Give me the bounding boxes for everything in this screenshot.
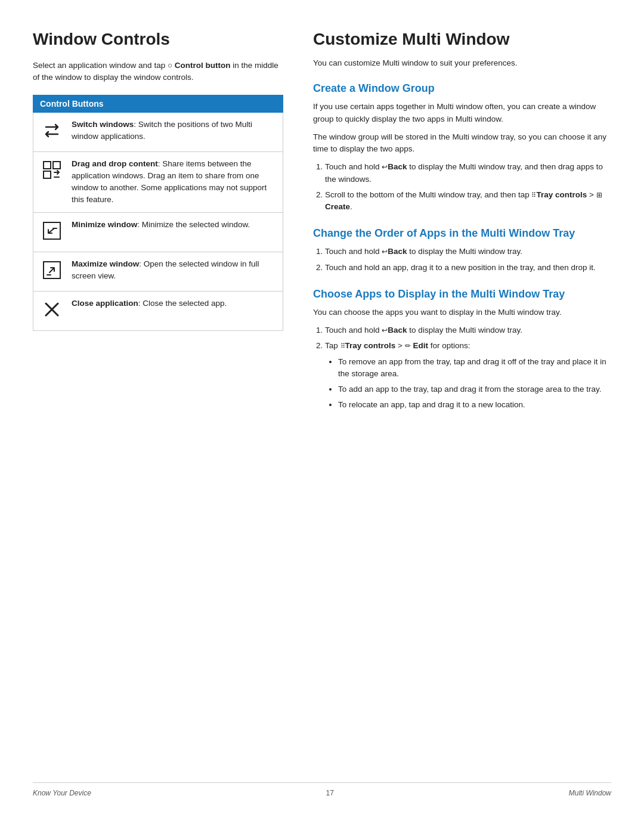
- create-ordered-list: Touch and hold ↩Back to display the Mult…: [313, 161, 611, 213]
- drag-drop-desc: Drag and drop content: Share items betwe…: [72, 158, 275, 206]
- change-order-step-2: Touch and hold an app, drag it to a new …: [325, 262, 611, 274]
- svg-rect-0: [44, 162, 51, 169]
- choose-apps-bullet-2: To add an app to the tray, tap and drag …: [338, 383, 611, 395]
- choose-apps-list: Touch and hold ↩Back to display the Mult…: [313, 324, 611, 411]
- right-intro: You can customize Multi window to suit y…: [313, 57, 611, 69]
- subsection-choose-apps: Choose Apps to Display in the Multi Wind…: [313, 288, 611, 411]
- maximize-icon: [41, 259, 63, 285]
- subsection-title-change-order: Change the Order of Apps in the Multi Wi…: [313, 227, 611, 240]
- minimize-desc: Minimize window: Minimize the selected w…: [72, 219, 250, 231]
- close-desc: Close application: Close the selected ap…: [72, 298, 227, 309]
- choose-apps-step-2: Tap ⠿Tray controls > ✏ Edit for options:…: [325, 340, 611, 411]
- footer-center: 17: [326, 789, 334, 797]
- minimize-label: Minimize window: [72, 220, 137, 229]
- switch-windows-desc: Switch windows: Switch the positions of …: [72, 119, 275, 143]
- svg-rect-1: [53, 162, 60, 169]
- maximize-desc: Maximize window: Open the selected windo…: [72, 258, 275, 283]
- subsection-create-window-group: Create a Window Group If you use certain…: [313, 82, 611, 213]
- change-order-step-1: Touch and hold ↩Back to display the Mult…: [325, 246, 611, 258]
- control-row-maximize: Maximize window: Open the selected windo…: [33, 252, 283, 292]
- close-icon: [41, 299, 63, 324]
- page: Window Controls Select an application wi…: [0, 0, 644, 833]
- left-title: Window Controls: [33, 30, 283, 49]
- switch-windows-icon: [41, 120, 63, 145]
- close-label: Close application: [72, 299, 138, 308]
- svg-rect-2: [44, 171, 51, 178]
- control-buttons-header: Control Buttons: [33, 95, 283, 113]
- main-columns: Window Controls Select an application wi…: [33, 30, 611, 764]
- drag-drop-icon: [41, 159, 63, 185]
- footer-left: Know Your Device: [33, 789, 91, 797]
- control-row-switch: Switch windows: Switch the positions of …: [33, 113, 283, 152]
- control-button-bold: Control button: [175, 61, 231, 70]
- choose-apps-para-1: You can choose the apps you want to disp…: [313, 306, 611, 318]
- left-column: Window Controls Select an application wi…: [33, 30, 283, 764]
- choose-apps-bullet-3: To relocate an app, tap and drag it to a…: [338, 399, 611, 411]
- create-step-1: Touch and hold ↩Back to display the Mult…: [325, 161, 611, 185]
- change-order-list: Touch and hold ↩Back to display the Mult…: [313, 246, 611, 274]
- subsection-title-choose-apps: Choose Apps to Display in the Multi Wind…: [313, 288, 611, 301]
- footer: Know Your Device 17 Multi Window: [33, 782, 611, 797]
- left-intro: Select an application window and tap ○ C…: [33, 60, 283, 84]
- drag-drop-label: Drag and drop content: [72, 159, 158, 168]
- minimize-icon: [41, 220, 63, 246]
- control-row-close: Close application: Close the selected ap…: [33, 292, 283, 330]
- create-para-2: The window group will be stored in the M…: [313, 131, 611, 156]
- choose-apps-bullet-1: To remove an app from the tray, tap and …: [338, 356, 611, 380]
- control-row-drag: Drag and drop content: Share items betwe…: [33, 152, 283, 213]
- right-title: Customize Multi Window: [313, 30, 611, 49]
- right-column: Customize Multi Window You can customize…: [313, 30, 611, 764]
- switch-windows-label: Switch windows: [72, 120, 134, 129]
- subsection-title-create: Create a Window Group: [313, 82, 611, 95]
- control-row-minimize: Minimize window: Minimize the selected w…: [33, 213, 283, 252]
- choose-apps-bullets: To remove an app from the tray, tap and …: [325, 356, 611, 411]
- create-para-1: If you use certain apps together in Mult…: [313, 101, 611, 125]
- footer-right: Multi Window: [569, 789, 611, 797]
- control-table: Switch windows: Switch the positions of …: [33, 113, 283, 331]
- choose-apps-step-1: Touch and hold ↩Back to display the Mult…: [325, 324, 611, 336]
- create-step-2: Scroll to the bottom of the Multi window…: [325, 189, 611, 213]
- maximize-label: Maximize window: [72, 259, 139, 268]
- subsection-change-order: Change the Order of Apps in the Multi Wi…: [313, 227, 611, 274]
